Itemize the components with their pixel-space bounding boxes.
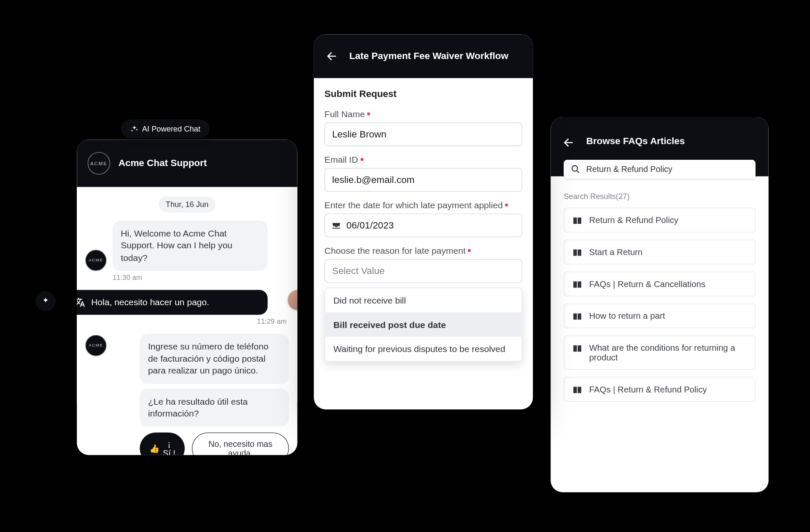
user-message-timestamp: 11:29 am [85,317,286,325]
faq-item-label: Start a Return [589,247,643,257]
faq-search-input[interactable] [586,164,748,174]
bot-avatar: ACME [85,250,107,271]
chat-support-panel: ACME Acme Chat Support Thur, 16 Jun ACME… [77,140,297,455]
article-icon [572,386,582,394]
form-section-title: Submit Request [324,89,522,99]
back-arrow-icon[interactable] [326,50,339,63]
workflow-form-panel: Late Payment Fee Waiver Workflow Submit … [314,34,533,409]
faq-item-label: Return & Refund Policy [589,215,678,225]
form-header-title: Late Payment Fee Waiver Workflow [349,51,508,62]
chat-body: Thur, 16 Jun ACME Hi, Welcome to Acme Ch… [77,187,297,455]
reason-option-2[interactable]: Waiting for previous disputes to be reso… [325,337,522,361]
required-dot-icon [360,158,363,161]
article-icon [572,312,582,321]
chat-title: Acme Chat Support [119,158,207,169]
faq-item-label: FAQs | Return & Cancellations [589,279,705,288]
yes-button-label: ¡ Sí ! [163,439,176,455]
faq-item-5[interactable]: FAQs | Return & Refund Policy [564,377,756,402]
user-message-bubble: Hola, necesito hacer un pago. [77,290,267,314]
faq-body: Search Results(27) Return & Refund Polic… [551,176,768,402]
faq-item-label: FAQs | Return & Refund Policy [589,384,707,394]
date-label: Enter the date for which late payment ap… [324,200,522,210]
article-icon [572,248,582,257]
thumbs-up-icon: 👍 [149,444,159,453]
faq-item-4[interactable]: What are the conditions for returning a … [564,336,756,370]
reason-label: Choose the reason for late payment [324,245,522,255]
inbox-icon [332,221,341,230]
ai-badge-label: AI Powered Chat [142,124,200,133]
required-dot-icon [505,204,508,207]
user-message-text: Hola, necesito hacer un pago. [91,297,209,307]
faq-item-2[interactable]: FAQs | Return & Cancellations [564,271,756,296]
brand-leaf-badge [35,291,56,312]
form-body: Submit Request Full Name Email ID Enter … [314,78,533,384]
leaf-icon [41,296,50,306]
svg-point-0 [572,166,578,171]
faq-results-list: Return & Refund Policy Start a Return FA… [564,208,756,402]
article-icon [572,280,582,289]
faq-item-label: How to return a part [589,311,665,320]
email-label: Email ID [324,154,522,164]
search-icon [571,164,580,174]
ai-powered-chat-badge: AI Powered Chat [121,120,210,138]
bot-avatar: ACME [85,335,107,356]
search-results-label: Search Results(27) [564,192,756,201]
reason-select[interactable]: Select Value [324,259,522,283]
sparkle-icon [130,124,139,133]
reason-dropdown-list: Did not receive bill Bill received post … [324,287,522,361]
acme-logo: ACME [88,152,110,175]
faq-item-label: What are the conditions for returning a … [589,343,746,362]
bot-welcome-timestamp: 11:30 am [113,273,289,282]
faq-panel: Browse FAQs Articles Search Results(27) … [551,117,768,492]
faq-item-0[interactable]: Return & Refund Policy [564,208,756,233]
email-input[interactable] [324,168,522,192]
article-icon [572,344,582,353]
bot-reply-2-bubble: ¿Le ha resultado útil esta información? [140,388,289,427]
bot-reply-1-bubble: Ingrese su número de teléfono de factura… [140,333,289,384]
chat-header: ACME Acme Chat Support [77,140,297,187]
required-dot-icon [468,249,471,252]
article-icon [572,217,582,225]
faq-item-1[interactable]: Start a Return [564,239,756,264]
date-input[interactable] [324,214,522,237]
user-message-row: Hola, necesito hacer un pago. [85,290,289,314]
no-button[interactable]: No, necesito mas ayuda. [192,433,289,455]
bot-followup-row: ACME Ingrese su número de teléfono de fa… [85,333,289,455]
full-name-input[interactable] [324,123,522,146]
full-name-label: Full Name [324,109,522,119]
bot-welcome-bubble: Hi, Welcome to Acme Chat Support. How ca… [113,221,268,271]
yes-button[interactable]: 👍 ¡ Sí ! [140,433,185,455]
faq-item-3[interactable]: How to return a part [564,304,756,328]
reason-option-0[interactable]: Did not receive bill [325,288,522,313]
faq-header: Browse FAQs Articles [551,117,768,176]
bot-message-row: ACME Hi, Welcome to Acme Chat Support. H… [85,221,289,271]
faq-header-title: Browse FAQs Articles [586,136,685,147]
reason-option-1[interactable]: Bill received post due date [325,312,522,337]
date-chip: Thur, 16 Jun [159,196,216,212]
translate-icon [77,297,85,307]
form-header: Late Payment Fee Waiver Workflow [314,34,533,78]
back-arrow-icon[interactable] [562,136,575,149]
faq-search-box[interactable] [564,160,756,179]
user-avatar [288,290,297,310]
required-dot-icon [367,113,370,116]
